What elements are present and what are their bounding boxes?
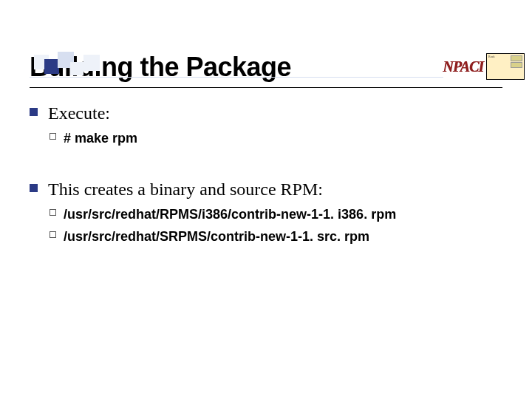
thumbnail-detail: Rock [488, 55, 494, 58]
bullet-label: This creates a binary and source RPM: [48, 180, 323, 199]
bullet-text: Execute: # make rpm [48, 101, 502, 148]
bullet-level1: This creates a binary and source RPM: /u… [30, 177, 502, 246]
brand-box: NPACI Rock [443, 53, 525, 80]
hollow-square-bullet-icon [50, 133, 56, 140]
subbullet-text: /usr/src/redhat/SRPMS/contrib-new-1-1. s… [64, 228, 502, 245]
title-underline [30, 87, 502, 88]
bullet-label: Execute: [48, 103, 110, 123]
bullet-level1: Execute: # make rpm [30, 101, 502, 148]
slide-thumbnail-icon: Rock [486, 53, 525, 80]
bullet-level2: /usr/src/redhat/RPMS/i386/contrib-new-1-… [48, 205, 502, 223]
bullet-level2: # make rpm [48, 129, 502, 147]
subbullet-text: # make rpm [64, 129, 502, 147]
brand-logo-text: NPACI [443, 58, 483, 75]
slide-body: Execute: # make rpm This creates a binar… [30, 101, 502, 246]
slide-title: Building the Package [30, 52, 502, 83]
subbullet-text: /usr/src/redhat/RPMS/i386/contrib-new-1-… [64, 205, 502, 223]
hollow-square-bullet-icon [50, 231, 56, 238]
filled-square-bullet-icon [30, 184, 38, 192]
bullet-text: This creates a binary and source RPM: /u… [48, 177, 502, 246]
thumbnail-detail [511, 55, 522, 68]
filled-square-bullet-icon [30, 108, 38, 116]
bullet-level2: /usr/src/redhat/SRPMS/contrib-new-1-1. s… [48, 228, 502, 245]
slide-page: NPACI Rock Building the Package Execute:… [0, 52, 532, 399]
hollow-square-bullet-icon [50, 209, 56, 216]
